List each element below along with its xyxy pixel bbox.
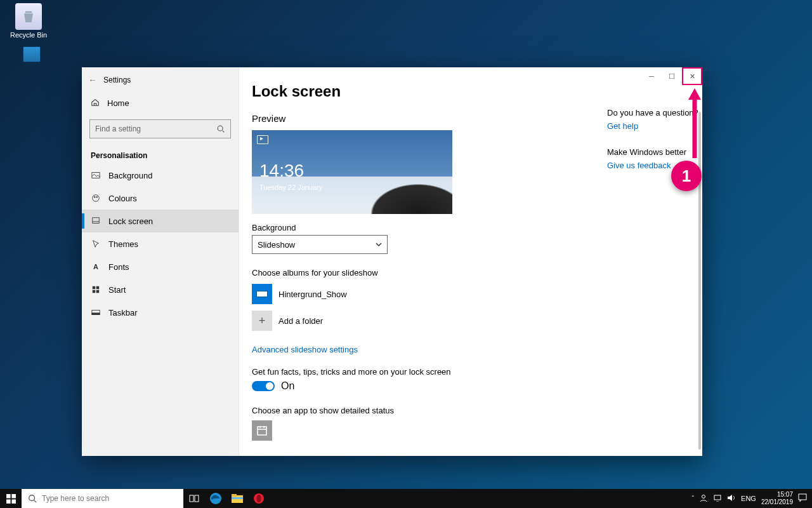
svg-point-28 [702, 495, 705, 498]
tray-time: 15:07 [761, 491, 793, 498]
tray-volume-icon[interactable] [727, 494, 736, 503]
preview-time: 14:36 [259, 161, 304, 181]
svg-rect-17 [6, 499, 11, 504]
taskbar-icon [91, 307, 101, 318]
album-name: Hintergrund_Show [278, 290, 347, 299]
edge-icon[interactable] [205, 489, 226, 508]
preview-date: Tuesday 22 January [259, 184, 322, 191]
opera-icon[interactable] [248, 489, 270, 508]
svg-rect-30 [799, 494, 806, 500]
calendar-icon [256, 425, 268, 436]
home-icon [91, 98, 100, 109]
svg-rect-15 [6, 494, 11, 498]
maximize-button[interactable]: ☐ [662, 67, 682, 85]
close-button[interactable]: ✕ [682, 67, 702, 85]
search-placeholder: Find a setting [95, 124, 141, 133]
lockscreen-preview: 14:36 Tuesday 22 January [252, 130, 452, 214]
svg-point-0 [218, 126, 223, 131]
plus-icon: + [252, 311, 272, 331]
tray-clock[interactable]: 15:07 22/01/2019 [761, 491, 793, 506]
advanced-settings-link[interactable]: Advanced slideshow settings [252, 345, 569, 354]
svg-rect-6 [93, 286, 96, 290]
background-dropdown[interactable]: Slideshow [252, 235, 388, 254]
annotation-arrow [687, 88, 702, 158]
sidebar: ← Settings Home Find a setting Personali… [82, 67, 239, 456]
home-label: Home [107, 98, 129, 108]
taskbar: Type here to search ˆ ENG 15:07 22/01/20… [0, 489, 812, 508]
add-folder-button[interactable]: + Add a folder [252, 311, 569, 331]
settings-window: ← Settings Home Find a setting Personali… [82, 67, 702, 456]
toggle-state: On [281, 380, 294, 392]
svg-rect-25 [232, 497, 243, 499]
scrollbar[interactable] [698, 112, 701, 450]
svg-rect-8 [93, 290, 96, 293]
sidebar-item-start[interactable]: Start [82, 278, 239, 301]
taskbar-search[interactable]: Type here to search [22, 489, 183, 508]
search-input[interactable]: Find a setting [89, 119, 231, 138]
task-view-button[interactable] [183, 489, 205, 508]
detailed-status-app-button[interactable] [252, 420, 272, 441]
control-panel-icon[interactable] [10, 46, 54, 64]
folder-icon [252, 284, 272, 304]
taskbar-search-placeholder: Type here to search [42, 494, 109, 503]
annotation-marker-1: 1 [671, 161, 702, 191]
fonts-icon: A [91, 262, 101, 272]
themes-icon [91, 239, 101, 249]
svg-rect-7 [96, 286, 100, 290]
svg-point-2 [93, 195, 100, 202]
sidebar-item-colours[interactable]: Colours [82, 187, 239, 210]
lockscreen-icon [91, 216, 101, 226]
home-nav[interactable]: Home [82, 91, 239, 114]
windows-icon [6, 494, 16, 504]
back-button[interactable]: ← [88, 75, 103, 85]
palette-icon [91, 193, 101, 203]
svg-rect-12 [258, 427, 266, 435]
sidebar-item-themes[interactable]: Themes [82, 232, 239, 255]
svg-rect-21 [195, 495, 199, 502]
tray-chevron-icon[interactable]: ˆ [691, 495, 694, 502]
sidebar-item-lock-screen[interactable]: Lock screen [82, 210, 239, 232]
slideshow-icon [257, 135, 268, 144]
detailed-status-label: Choose an app to show detailed status [252, 406, 569, 415]
tray-date: 22/01/2019 [761, 498, 793, 506]
picture-icon [91, 170, 101, 180]
preview-label: Preview [252, 113, 569, 124]
funfacts-toggle[interactable] [252, 381, 275, 391]
svg-rect-5 [93, 218, 100, 224]
svg-rect-24 [232, 494, 237, 497]
svg-rect-9 [96, 290, 100, 293]
category-label: Personalisation [82, 144, 239, 164]
albums-label: Choose albums for your slideshow [252, 268, 569, 277]
tray-network-icon[interactable] [713, 494, 722, 503]
sidebar-item-fonts[interactable]: AFonts [82, 255, 239, 278]
sidebar-item-taskbar[interactable]: Taskbar [82, 301, 239, 324]
page-title: Lock screen [252, 83, 569, 100]
chevron-down-icon [376, 241, 382, 248]
svg-rect-29 [714, 495, 721, 500]
sidebar-item-background[interactable]: Background [82, 164, 239, 187]
minimize-button[interactable]: ─ [641, 67, 662, 85]
svg-point-19 [29, 495, 35, 501]
svg-point-27 [257, 495, 261, 502]
svg-rect-20 [190, 495, 193, 502]
tray-language[interactable]: ENG [741, 495, 756, 502]
svg-rect-16 [11, 494, 16, 498]
svg-point-3 [94, 196, 95, 197]
background-label: Background [252, 223, 569, 232]
svg-point-4 [96, 196, 98, 197]
funfacts-label: Get fun facts, tips, tricks and more on … [252, 367, 569, 377]
search-icon [28, 494, 37, 503]
svg-rect-11 [92, 313, 100, 315]
window-title: Settings [103, 76, 131, 84]
dropdown-value: Slideshow [258, 240, 295, 250]
recycle-bin-label: Recycle Bin [6, 31, 51, 39]
explorer-icon[interactable] [226, 489, 248, 508]
svg-marker-14 [688, 88, 701, 100]
recycle-bin-icon[interactable]: Recycle Bin [6, 3, 51, 39]
content-area: ─ ☐ ✕ Lock screen Preview 14:36 Tuesday … [239, 67, 702, 456]
add-folder-label: Add a folder [278, 316, 323, 326]
tray-notifications-icon[interactable] [798, 493, 807, 504]
tray-people-icon[interactable] [699, 493, 708, 504]
album-item[interactable]: Hintergrund_Show [252, 284, 569, 304]
start-button[interactable] [0, 489, 22, 508]
